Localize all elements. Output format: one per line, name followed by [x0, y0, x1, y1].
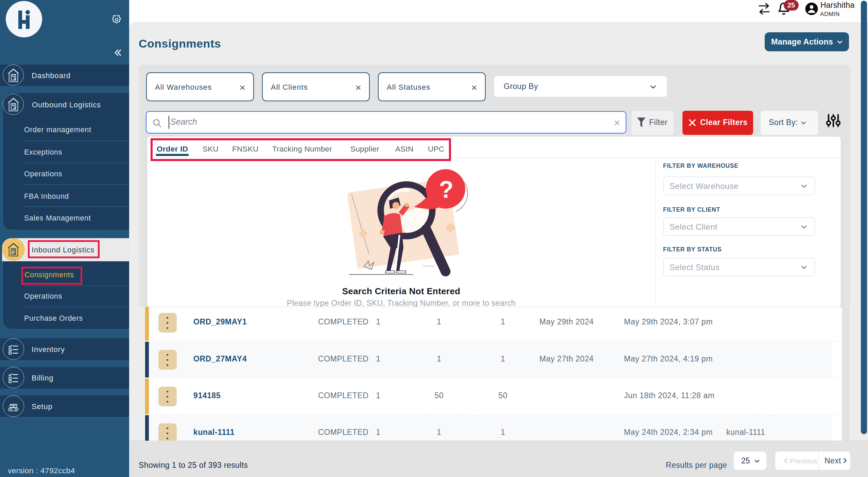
- svg-text:?: ?: [439, 176, 454, 203]
